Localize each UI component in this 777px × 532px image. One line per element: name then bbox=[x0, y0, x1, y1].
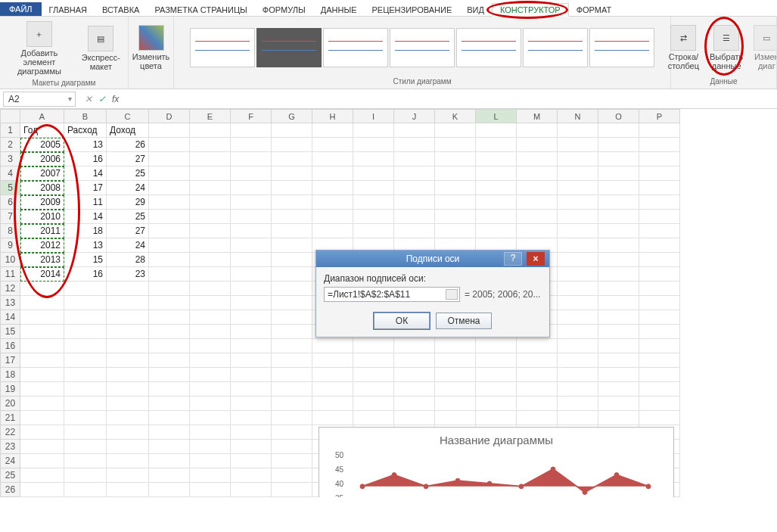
cell[interactable] bbox=[272, 282, 312, 296]
cell[interactable] bbox=[190, 397, 231, 411]
cell[interactable] bbox=[272, 440, 312, 454]
chart-style-2[interactable] bbox=[256, 28, 322, 67]
cell[interactable] bbox=[517, 397, 558, 411]
cell[interactable] bbox=[190, 440, 231, 454]
col-header-G[interactable]: G bbox=[272, 110, 312, 123]
cell[interactable] bbox=[107, 353, 149, 368]
cell[interactable] bbox=[272, 325, 312, 339]
row-header[interactable]: 25 bbox=[1, 468, 20, 483]
cell[interactable] bbox=[394, 138, 435, 152]
col-header-M[interactable]: M bbox=[517, 110, 558, 123]
dialog-close-button[interactable]: × bbox=[527, 252, 545, 266]
cell[interactable] bbox=[558, 353, 598, 368]
embedded-chart[interactable]: Название диаграммы 05101520253035404550 … bbox=[319, 427, 674, 497]
cell[interactable] bbox=[231, 152, 272, 166]
cell[interactable]: Расход bbox=[64, 123, 107, 138]
tab-home[interactable]: ГЛАВНАЯ bbox=[42, 4, 95, 16]
cell[interactable] bbox=[598, 325, 639, 339]
col-header-J[interactable]: J bbox=[394, 110, 435, 123]
chart-styles-gallery[interactable] bbox=[190, 28, 654, 67]
change-colors-button[interactable]: Изменить цвета bbox=[129, 23, 173, 72]
cell[interactable] bbox=[598, 353, 639, 368]
cell[interactable] bbox=[598, 138, 639, 152]
cell[interactable] bbox=[190, 166, 231, 181]
cell[interactable]: 2009 bbox=[20, 195, 64, 210]
tab-insert[interactable]: ВСТАВКА bbox=[95, 4, 147, 16]
cell[interactable] bbox=[149, 468, 190, 483]
cell[interactable] bbox=[598, 238, 639, 253]
cell[interactable] bbox=[598, 310, 639, 325]
cell[interactable] bbox=[639, 166, 680, 181]
cell[interactable] bbox=[231, 282, 272, 296]
cell[interactable] bbox=[558, 138, 598, 152]
tab-data[interactable]: ДАННЫЕ bbox=[313, 4, 365, 16]
cell[interactable] bbox=[107, 310, 149, 325]
row-header[interactable]: 1 bbox=[1, 123, 20, 138]
cell[interactable] bbox=[149, 282, 190, 296]
cell[interactable] bbox=[435, 123, 476, 138]
cell[interactable] bbox=[517, 224, 558, 238]
cell[interactable] bbox=[476, 397, 517, 411]
cell[interactable] bbox=[476, 181, 517, 195]
cell[interactable] bbox=[231, 310, 272, 325]
cell[interactable]: 2011 bbox=[20, 224, 64, 238]
cell[interactable] bbox=[476, 411, 517, 425]
cell[interactable] bbox=[149, 397, 190, 411]
cell[interactable] bbox=[598, 411, 639, 425]
cell[interactable] bbox=[558, 224, 598, 238]
cell[interactable] bbox=[312, 195, 353, 210]
cell[interactable] bbox=[190, 310, 231, 325]
cell[interactable] bbox=[190, 267, 231, 282]
cell[interactable] bbox=[272, 296, 312, 310]
add-chart-element-button[interactable]: ＋ Добавить элемент диаграммы bbox=[5, 20, 74, 77]
cell[interactable] bbox=[149, 195, 190, 210]
cell[interactable]: 26 bbox=[107, 138, 149, 152]
cell[interactable] bbox=[272, 267, 312, 282]
cell[interactable] bbox=[149, 425, 190, 440]
cell[interactable] bbox=[20, 483, 64, 497]
cell[interactable] bbox=[272, 310, 312, 325]
cell[interactable] bbox=[149, 440, 190, 454]
cell[interactable]: 2008 bbox=[20, 181, 64, 195]
cell[interactable] bbox=[394, 166, 435, 181]
cell[interactable] bbox=[558, 195, 598, 210]
cell[interactable] bbox=[20, 382, 64, 397]
cell[interactable] bbox=[435, 181, 476, 195]
cell[interactable] bbox=[231, 382, 272, 397]
cell[interactable] bbox=[272, 425, 312, 440]
cell[interactable]: 23 bbox=[107, 267, 149, 282]
cell[interactable] bbox=[517, 368, 558, 382]
row-header[interactable]: 10 bbox=[1, 253, 20, 267]
cell[interactable] bbox=[639, 296, 680, 310]
cell[interactable] bbox=[20, 310, 64, 325]
row-header[interactable]: 14 bbox=[1, 310, 20, 325]
cell[interactable]: 11 bbox=[64, 195, 107, 210]
cell[interactable] bbox=[190, 483, 231, 497]
cell[interactable] bbox=[598, 195, 639, 210]
col-header-C[interactable]: C bbox=[107, 110, 149, 123]
dialog-range-input[interactable]: =Лист1!$A$2:$A$11 bbox=[324, 287, 460, 302]
cell[interactable] bbox=[435, 195, 476, 210]
cell[interactable] bbox=[20, 339, 64, 353]
cell[interactable] bbox=[394, 353, 435, 368]
cell[interactable]: 13 bbox=[64, 238, 107, 253]
cell[interactable] bbox=[517, 181, 558, 195]
cell[interactable] bbox=[272, 238, 312, 253]
cell[interactable] bbox=[312, 353, 353, 368]
cell[interactable] bbox=[20, 454, 64, 468]
chart-title[interactable]: Название диаграммы bbox=[319, 428, 673, 450]
cell[interactable] bbox=[149, 382, 190, 397]
cell[interactable] bbox=[107, 382, 149, 397]
row-header[interactable]: 9 bbox=[1, 238, 20, 253]
cell[interactable] bbox=[231, 253, 272, 267]
cell[interactable] bbox=[107, 282, 149, 296]
cell[interactable] bbox=[149, 138, 190, 152]
cell[interactable] bbox=[149, 166, 190, 181]
cell[interactable] bbox=[435, 368, 476, 382]
cell[interactable] bbox=[20, 353, 64, 368]
cell[interactable] bbox=[394, 411, 435, 425]
formula-input[interactable] bbox=[128, 92, 774, 107]
cell[interactable] bbox=[558, 411, 598, 425]
cell[interactable] bbox=[598, 282, 639, 296]
cell[interactable] bbox=[639, 310, 680, 325]
